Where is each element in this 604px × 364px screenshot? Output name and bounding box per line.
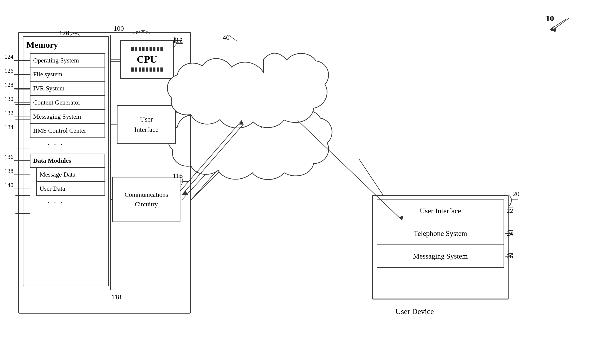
ref-40: 40 [223,34,229,41]
memory-title: Memory [26,40,58,50]
ref-26: 26 [507,253,513,260]
ref-118: 118 [111,293,121,301]
ref-134: 134 [5,124,13,131]
memory-item-ivr: IVR System [30,82,105,96]
memory-item-md: Message Data [36,168,105,182]
device-item-msg: Messaging System [377,245,504,268]
memory-item-dm: Data Modules [30,154,105,168]
cpu-pins-top [131,47,163,51]
memory-item-ms: Messaging System [30,110,105,124]
device-label: User Device [395,307,434,316]
diagram: 10 [0,0,604,364]
svg-line-46 [182,125,243,195]
ref-24: 24 [507,230,513,237]
memory-item-ud: User Data [36,182,105,196]
device-item-tel: Telephone System [377,222,504,245]
dots-2: · · · [48,199,64,207]
ref-114: 114 [173,100,183,108]
ref-140: 140 [5,182,13,188]
dots-1: · · · [48,140,64,149]
server-ui-box: UserInterface [117,105,176,144]
svg-line-17 [191,163,227,200]
ref-22: 22 [507,207,513,214]
memory-item-fs: File system [30,67,105,82]
ref-132: 132 [5,110,13,117]
ref-120: 120 [59,29,69,37]
svg-marker-30 [552,27,556,32]
svg-line-29 [552,18,569,30]
ref-126: 126 [5,67,13,74]
server-divider [110,35,111,290]
cpu-pins-bottom [131,67,163,72]
svg-line-15 [191,159,227,200]
cpu-box: CPU [120,40,174,79]
ref-112: 112 [173,36,183,44]
cpu-label: CPU [132,52,162,67]
svg-marker-1 [550,26,554,31]
ref-136: 136 [5,154,13,160]
comm-box: CommunicationsCircuitry [112,177,180,222]
device-item-ui: User Interface [377,200,504,222]
ref-138: 138 [5,168,13,175]
svg-marker-21 [238,136,243,140]
ref-128: 128 [5,82,13,88]
svg-marker-45 [239,120,244,125]
svg-marker-16 [224,159,229,163]
ref-10: 10 [546,14,554,23]
ref-20: 20 [513,190,519,198]
ref-130: 130 [5,96,13,102]
ref-124: 124 [5,53,13,60]
ref-116: 116 [173,172,183,179]
ref-100: 100 [114,25,124,32]
memory-item-cg: Content Generator [30,96,105,110]
network-label: Network [248,89,283,101]
svg-line-43 [229,36,237,41]
memory-item-iims: IIMS Control Center [30,124,105,138]
memory-item-os: Operating System [30,53,105,67]
